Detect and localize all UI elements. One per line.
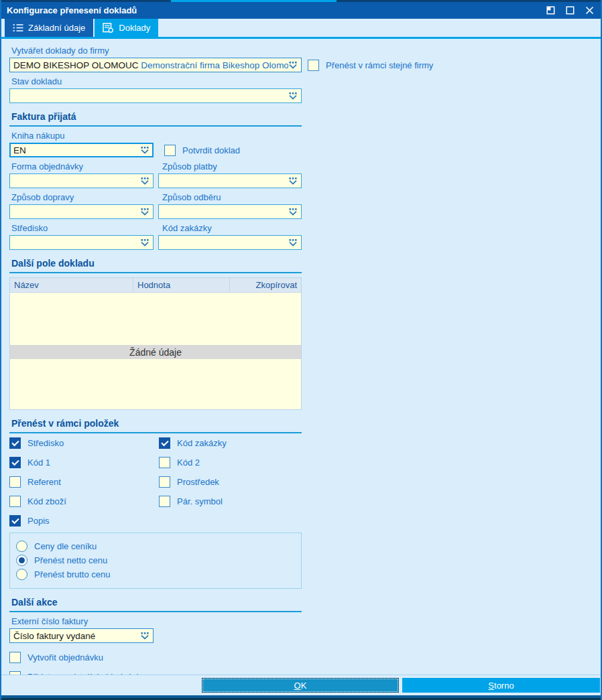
item-checkbox-popis[interactable]: Popis xyxy=(9,515,50,527)
state-field-label: Stav dokladu xyxy=(11,76,601,86)
checkbox-box[interactable] xyxy=(308,60,319,71)
ok-button-label: K xyxy=(301,681,307,691)
restore-icon[interactable] xyxy=(546,6,555,15)
dropdown-icon[interactable] xyxy=(140,632,149,640)
dialog-window: Konfigurace přenesení dokladů xyxy=(0,0,602,700)
dropdown-icon[interactable] xyxy=(140,178,149,185)
checkbox-box[interactable] xyxy=(164,145,176,156)
item-checkbox-prostredek[interactable]: Prostředek xyxy=(159,476,219,488)
column-header-hodnota[interactable]: Hodnota xyxy=(133,278,230,292)
dropdown-icon[interactable] xyxy=(140,147,149,154)
checkbox-label: Pár. symbol xyxy=(177,496,223,506)
checkbox-label: Středisko xyxy=(27,438,64,448)
checkbox-box[interactable] xyxy=(9,457,21,468)
checkbox-box[interactable] xyxy=(159,476,170,488)
item-checkbox-kod-1[interactable]: Kód 1 xyxy=(9,457,159,468)
ok-button-accesskey: O xyxy=(294,681,301,691)
company-combobox[interactable]: DEMO BIKESHOP OLOMOUC Demonstrační firma… xyxy=(9,58,302,72)
radio-circle[interactable] xyxy=(16,555,27,566)
tab-doklady[interactable]: Doklady xyxy=(95,19,158,37)
dropdown-icon[interactable] xyxy=(140,208,149,216)
transport-method-combobox[interactable] xyxy=(9,204,154,219)
radio-label: Ceny dle ceníku xyxy=(34,541,97,551)
section-dalsi-pole-dokladu: Další pole dokladu xyxy=(9,257,302,273)
section-title: Další akce xyxy=(11,597,58,608)
item-checkbox-referent[interactable]: Referent xyxy=(9,476,159,488)
checkbox-label: Kód zboží xyxy=(27,496,66,506)
create-order-checkbox[interactable]: Vytvořit objednávku xyxy=(9,652,601,663)
order-code-combobox[interactable] xyxy=(158,235,302,250)
item-checkbox-kod-2[interactable]: Kód 2 xyxy=(159,457,200,468)
checkbox-label: Potvrdit doklad xyxy=(182,145,240,155)
radio-label: Přenést netto cenu xyxy=(34,555,107,565)
radio-ceny-dle-ceniku[interactable]: Ceny dle ceníku xyxy=(16,541,295,552)
cost-center-combobox[interactable] xyxy=(9,235,154,250)
item-checkbox-stredisko[interactable]: Středisko xyxy=(9,437,159,449)
column-header-zkopirovat[interactable]: Zkopírovat xyxy=(230,278,301,292)
checkbox-box[interactable] xyxy=(159,457,170,468)
dropdown-icon[interactable] xyxy=(288,62,298,69)
radio-prenest-brutto-cenu[interactable]: Přenést brutto cenu xyxy=(16,569,295,580)
radio-prenest-netto-cenu[interactable]: Přenést netto cenu xyxy=(16,555,295,566)
window-top-edge xyxy=(1,0,601,2)
section-title: Přenést v rámci položek xyxy=(11,418,119,429)
radio-circle[interactable] xyxy=(16,569,27,580)
company-field-label: Vytvářet doklady do firmy xyxy=(11,46,601,56)
storno-button-label: torno xyxy=(494,681,514,691)
close-icon[interactable] xyxy=(585,6,594,15)
document-icon xyxy=(103,23,114,33)
pickup-method-label: Způsob odběru xyxy=(162,192,221,202)
window-title: Konfigurace přenesení dokladů xyxy=(7,5,546,15)
checkbox-box[interactable] xyxy=(9,496,21,507)
checkbox-box[interactable] xyxy=(159,496,170,507)
ok-button[interactable]: OK xyxy=(202,678,399,693)
window-controls xyxy=(546,6,594,15)
title-bar[interactable]: Konfigurace přenesení dokladů xyxy=(1,2,601,19)
dropdown-icon[interactable] xyxy=(288,178,298,185)
dropdown-icon[interactable] xyxy=(140,239,149,247)
tab-label: Základní údaje xyxy=(28,23,85,33)
checkbox-box[interactable] xyxy=(159,437,170,449)
section-faktura-prijata: Faktura přijatá xyxy=(9,111,302,127)
checkbox-box[interactable] xyxy=(9,515,21,527)
payment-method-combobox[interactable] xyxy=(158,173,302,188)
section-title: Další pole dokladu xyxy=(11,258,95,269)
tab-page-doklady: Vytvářet doklady do firmy DEMO BIKESHOP … xyxy=(1,39,601,675)
checkbox-label: Kód zakázky xyxy=(177,438,227,448)
list-icon xyxy=(13,23,23,32)
table-header-row: Název Hodnota Zkopírovat xyxy=(10,278,301,293)
dropdown-icon[interactable] xyxy=(288,92,298,100)
tab-zakladni-udaje[interactable]: Základní údaje xyxy=(5,19,93,37)
checkbox-label: Přenést v rámci stejné firmy xyxy=(326,60,433,70)
external-invoice-number-combobox[interactable]: Číslo faktury vydané xyxy=(9,628,154,643)
pickup-method-combobox[interactable] xyxy=(158,204,302,219)
purchase-book-combobox[interactable]: EN xyxy=(9,143,154,157)
checkbox-box[interactable] xyxy=(9,437,21,449)
maximize-icon[interactable] xyxy=(566,6,575,15)
item-checkbox-kod-zakazky[interactable]: Kód zakázky xyxy=(159,437,227,449)
storno-button[interactable]: Storno xyxy=(402,678,600,693)
table-empty-message: Žádné údaje xyxy=(10,345,301,359)
external-invoice-number-label: Externí číslo faktury xyxy=(11,616,601,626)
checkbox-box[interactable] xyxy=(9,476,21,488)
transport-method-label: Způsob dopravy xyxy=(11,192,156,202)
same-company-checkbox[interactable]: Přenést v rámci stejné firmy xyxy=(308,60,433,71)
document-fields-table[interactable]: Název Hodnota Zkopírovat Žádné údaje xyxy=(9,277,302,410)
state-combobox[interactable] xyxy=(9,88,302,103)
section-dalsi-akce: Další akce xyxy=(9,596,302,612)
radio-circle[interactable] xyxy=(16,541,27,552)
column-header-nazev[interactable]: Název xyxy=(10,278,133,292)
dropdown-icon[interactable] xyxy=(288,239,298,247)
checkbox-label: Prostředek xyxy=(177,477,219,487)
item-checkbox-par-symbol[interactable]: Pár. symbol xyxy=(159,496,223,507)
item-checkbox-kod-zbozi[interactable]: Kód zboží xyxy=(9,496,159,507)
table-body-empty-bottom xyxy=(10,359,301,409)
company-value: DEMO BIKESHOP OLOMOUC Demonstrační firma… xyxy=(13,60,288,70)
confirm-document-checkbox[interactable]: Potvrdit doklad xyxy=(164,145,240,156)
window-top-edge-accent xyxy=(171,0,337,2)
table-body-empty-top xyxy=(10,293,301,345)
checkbox-box[interactable] xyxy=(9,652,21,663)
order-form-combobox[interactable] xyxy=(9,173,154,188)
storno-button-accesskey: S xyxy=(488,681,494,691)
dropdown-icon[interactable] xyxy=(288,208,298,216)
